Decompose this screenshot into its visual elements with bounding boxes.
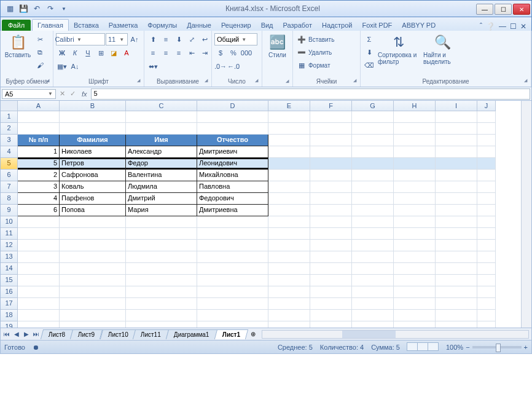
- cell-I7[interactable]: [436, 181, 477, 193]
- cell-H11[interactable]: [394, 228, 436, 240]
- cell-A6[interactable]: 2: [18, 170, 60, 181]
- cell-H9[interactable]: [394, 205, 436, 216]
- cell-I12[interactable]: [436, 240, 477, 251]
- cell-J18[interactable]: [477, 310, 496, 321]
- cell-C8[interactable]: Дмитрий: [126, 193, 197, 205]
- align-bottom-icon[interactable]: ⬇: [173, 33, 185, 45]
- select-all-corner[interactable]: [1, 101, 18, 111]
- row-header-12[interactable]: 12: [1, 240, 18, 251]
- cell-E11[interactable]: [268, 228, 310, 240]
- cell-A9[interactable]: 6: [18, 205, 60, 216]
- cell-H18[interactable]: [394, 310, 436, 321]
- cell-C4[interactable]: Александр: [126, 146, 197, 158]
- window-minimize-icon[interactable]: —: [499, 22, 506, 31]
- cell-J13[interactable]: [477, 251, 496, 263]
- cell-J1[interactable]: [477, 111, 496, 123]
- cell-E2[interactable]: [268, 123, 310, 135]
- save-icon[interactable]: 💾: [18, 3, 29, 14]
- cell-G7[interactable]: [352, 181, 394, 193]
- cell-F16[interactable]: [310, 286, 352, 298]
- cell-D2[interactable]: [197, 123, 268, 135]
- cell-J19[interactable]: [477, 321, 496, 328]
- comma-icon[interactable]: 000: [240, 47, 252, 59]
- underline-icon[interactable]: Ч: [82, 47, 94, 59]
- cell-D6[interactable]: Михайловна: [197, 170, 268, 181]
- col-header-A[interactable]: A: [18, 101, 60, 111]
- undo-icon[interactable]: ↶: [31, 3, 42, 14]
- cell-F13[interactable]: [310, 251, 352, 263]
- cell-E14[interactable]: [268, 263, 310, 275]
- cell-G14[interactable]: [352, 263, 394, 275]
- tab-view[interactable]: Вид: [256, 20, 278, 31]
- row-header-5[interactable]: 5: [1, 158, 18, 170]
- cell-C1[interactable]: [126, 111, 197, 123]
- row-header-8[interactable]: 8: [1, 193, 18, 205]
- row-header-9[interactable]: 9: [1, 205, 18, 216]
- cell-D7[interactable]: Павловна: [197, 181, 268, 193]
- sheet-tab-Лист10[interactable]: Лист10: [100, 329, 136, 339]
- cell-A17[interactable]: [18, 298, 60, 310]
- cell-A3[interactable]: № п/п: [18, 135, 60, 146]
- row-header-2[interactable]: 2: [1, 123, 18, 135]
- cell-C12[interactable]: [126, 240, 197, 251]
- cell-E18[interactable]: [268, 310, 310, 321]
- cell-D5[interactable]: Леонидович: [197, 158, 268, 170]
- row-header-16[interactable]: 16: [1, 286, 18, 298]
- cell-A5[interactable]: 5: [18, 158, 60, 170]
- cell-H7[interactable]: [394, 181, 436, 193]
- tab-formulas[interactable]: Формулы: [143, 20, 182, 31]
- cell-F18[interactable]: [310, 310, 352, 321]
- cell-I3[interactable]: [436, 135, 477, 146]
- italic-icon[interactable]: К: [69, 47, 81, 59]
- cell-B18[interactable]: [60, 310, 126, 321]
- cell-B14[interactable]: [60, 263, 126, 275]
- cell-D11[interactable]: [197, 228, 268, 240]
- cell-C6[interactable]: Валентина: [126, 170, 197, 181]
- window-close-icon[interactable]: ✕: [520, 22, 526, 31]
- cell-G17[interactable]: [352, 298, 394, 310]
- cell-B15[interactable]: [60, 275, 126, 286]
- cell-D12[interactable]: [197, 240, 268, 251]
- cell-insert-icon[interactable]: ➕: [295, 33, 308, 45]
- cell-B1[interactable]: [60, 111, 126, 123]
- cell-D18[interactable]: [197, 310, 268, 321]
- cell-B11[interactable]: [60, 228, 126, 240]
- cell-F14[interactable]: [310, 263, 352, 275]
- cell-C19[interactable]: [126, 321, 197, 328]
- tab-insert[interactable]: Вставка: [69, 20, 104, 31]
- cell-F5[interactable]: [310, 158, 352, 170]
- cell-J10[interactable]: [477, 216, 496, 228]
- cell-F8[interactable]: [310, 193, 352, 205]
- cell-A2[interactable]: [18, 123, 60, 135]
- cell-I18[interactable]: [436, 310, 477, 321]
- cell-C10[interactable]: [126, 216, 197, 228]
- borders-dd-icon[interactable]: ▦▾: [56, 60, 68, 73]
- sort-filter-button[interactable]: ⇅ Сортировка и фильтр: [377, 33, 421, 66]
- cell-I14[interactable]: [436, 263, 477, 275]
- bold-icon[interactable]: Ж: [56, 47, 68, 59]
- cell-D4[interactable]: Дмитриевич: [197, 146, 268, 158]
- cell-G15[interactable]: [352, 275, 394, 286]
- cell-H4[interactable]: [394, 146, 436, 158]
- row-header-10[interactable]: 10: [1, 216, 18, 228]
- align-right-icon[interactable]: ≡: [173, 47, 185, 59]
- cell-delete-label[interactable]: Удалить: [308, 46, 332, 58]
- cell-I8[interactable]: [436, 193, 477, 205]
- font-name-combo[interactable]: Calibri▼: [56, 33, 105, 45]
- number-format-combo[interactable]: Общий▼: [214, 33, 257, 45]
- cell-I13[interactable]: [436, 251, 477, 263]
- minimize-button[interactable]: —: [476, 4, 493, 15]
- new-sheet-icon[interactable]: ⊕: [247, 331, 259, 337]
- fill-color-icon[interactable]: ◪: [108, 47, 120, 59]
- cell-D9[interactable]: Дмитриевна: [197, 205, 268, 216]
- cell-G11[interactable]: [352, 228, 394, 240]
- cell-A10[interactable]: [18, 216, 60, 228]
- row-header-6[interactable]: 6: [1, 170, 18, 181]
- indent-inc-icon[interactable]: ⇥: [198, 47, 211, 59]
- tab-review[interactable]: Рецензир: [216, 20, 256, 31]
- cell-J5[interactable]: [477, 158, 496, 170]
- cell-B6[interactable]: Сафронова: [60, 170, 126, 181]
- cell-G10[interactable]: [352, 216, 394, 228]
- percent-icon[interactable]: %: [227, 47, 240, 59]
- grow-font-icon[interactable]: A↑: [128, 33, 141, 45]
